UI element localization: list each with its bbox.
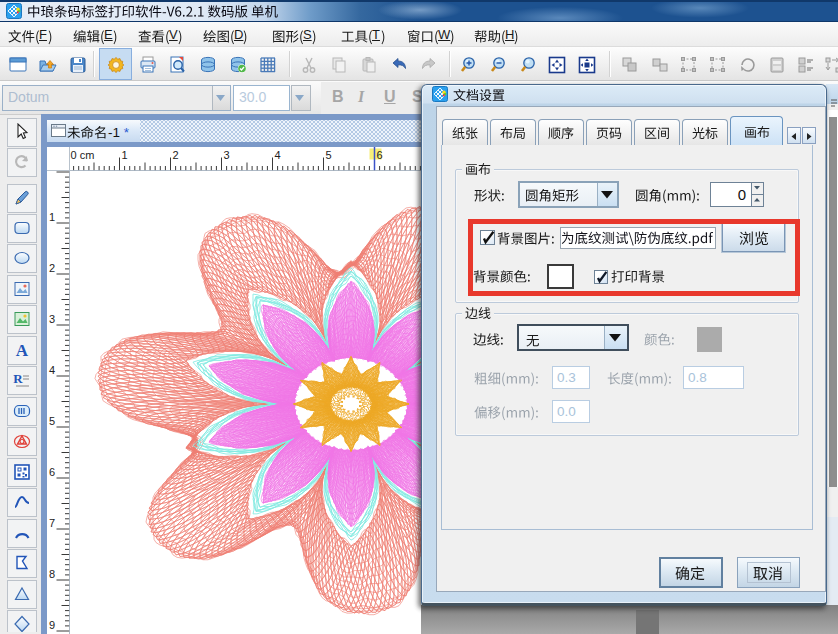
svg-text:0 cm: 0 cm <box>71 149 95 161</box>
svg-text:9: 9 <box>49 619 55 631</box>
svg-text:3: 3 <box>49 313 55 325</box>
svg-text:5: 5 <box>49 415 55 427</box>
svg-text:R: R <box>13 371 23 386</box>
svg-text:4: 4 <box>275 149 281 161</box>
svg-text:6: 6 <box>49 466 55 478</box>
svg-text:3: 3 <box>224 149 230 161</box>
svg-text:2: 2 <box>173 149 179 161</box>
svg-text:5: 5 <box>326 149 332 161</box>
svg-text:6: 6 <box>377 149 383 161</box>
svg-text:1: 1 <box>49 211 55 223</box>
svg-text:2: 2 <box>49 262 55 274</box>
svg-text:A: A <box>16 341 29 359</box>
svg-text:7: 7 <box>49 517 55 529</box>
svg-text:8: 8 <box>49 568 55 580</box>
svg-text:1: 1 <box>122 149 128 161</box>
svg-text:4: 4 <box>49 364 55 376</box>
